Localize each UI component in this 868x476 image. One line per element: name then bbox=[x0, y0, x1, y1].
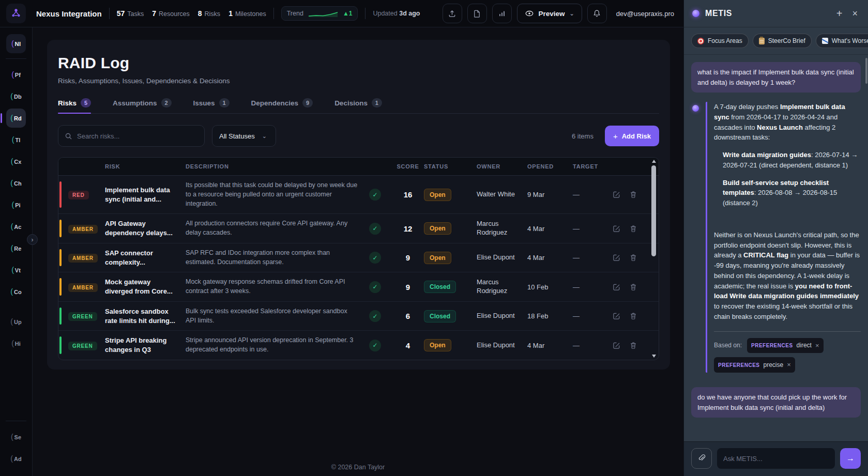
scroll-up-arrow-icon[interactable] bbox=[652, 160, 656, 163]
chart-down-icon bbox=[822, 38, 828, 44]
attach-file-button[interactable] bbox=[691, 448, 712, 469]
remove-tag-icon[interactable]: × bbox=[787, 360, 791, 370]
divider bbox=[365, 8, 366, 19]
notifications-button[interactable] bbox=[587, 4, 607, 23]
tab-dependencies[interactable]: Dependencies 9 bbox=[251, 98, 313, 113]
user-message: what is the impact if Implement bulk dat… bbox=[691, 62, 861, 93]
search-input[interactable] bbox=[77, 132, 198, 140]
edit-row-button[interactable] bbox=[612, 312, 621, 320]
metis-chip[interactable]: Focus Areas bbox=[691, 34, 749, 48]
tab-assumptions[interactable]: Assumptions 2 bbox=[113, 98, 172, 113]
sidebar-item-cx[interactable]: ( Cx bbox=[6, 152, 26, 171]
metis-chat: what is the impact if Implement bulk dat… bbox=[684, 55, 868, 441]
edit-row-button[interactable] bbox=[612, 224, 621, 233]
raid-tabs: Risks 5 Assumptions 2 Issues 1 Dependenc… bbox=[58, 98, 659, 114]
delete-row-button[interactable] bbox=[629, 190, 637, 199]
table-row: AMBER SAP connector complexity... SAP RF… bbox=[58, 243, 659, 272]
edit-row-button[interactable] bbox=[612, 283, 621, 291]
severity-badge: AMBER bbox=[68, 254, 98, 263]
analytics-button[interactable] bbox=[492, 4, 512, 23]
based-on-label: Based on: bbox=[714, 341, 742, 350]
delete-row-button[interactable] bbox=[629, 312, 637, 320]
search-icon bbox=[65, 132, 72, 140]
divider bbox=[273, 8, 274, 19]
check-circle-icon: ✓ bbox=[369, 281, 381, 293]
sidebar-item-re[interactable]: ( Re bbox=[6, 239, 26, 258]
status-badge: Open bbox=[424, 339, 451, 351]
edit-row-button[interactable] bbox=[612, 253, 621, 262]
opened-cell: 4 Mar bbox=[527, 254, 573, 262]
assistant-paragraph: Write data migration guides: 2026-07-14 … bbox=[723, 150, 861, 171]
delete-row-button[interactable] bbox=[629, 283, 637, 291]
metis-panel: METIS + × Focus Areas SteerCo Brief What… bbox=[683, 0, 868, 476]
sidebar-project-item[interactable]: ( NI bbox=[6, 34, 26, 53]
top-header: Nexus Integration 57Tasks7Resources8Risk… bbox=[0, 0, 683, 27]
sidebar-item-ad[interactable]: ( Ad bbox=[6, 449, 26, 468]
sidebar-item-co[interactable]: ( Co bbox=[6, 282, 26, 301]
owner-cell: Marcus Rodriguez bbox=[477, 220, 527, 237]
send-arrow-icon: → bbox=[846, 454, 855, 463]
new-chat-button[interactable]: + bbox=[834, 7, 845, 20]
sidebar-expand-button[interactable]: › bbox=[27, 234, 38, 245]
scroll-down-arrow-icon[interactable] bbox=[652, 355, 656, 358]
metis-title: METIS bbox=[705, 9, 732, 18]
owner-cell: Marcus Rodriguez bbox=[477, 278, 527, 296]
delete-row-button[interactable] bbox=[629, 341, 637, 350]
risk-title: Implement bulk data sync (initial and... bbox=[105, 186, 186, 204]
app-logo[interactable] bbox=[6, 4, 26, 23]
risk-title: Mock gateway diverged from Core... bbox=[105, 278, 186, 296]
tab-decisions[interactable]: Decisions 1 bbox=[334, 98, 382, 113]
risk-score: 16 bbox=[392, 190, 424, 199]
sidebar-item-accent-icon: ( bbox=[10, 179, 13, 187]
sidebar-item-se[interactable]: ( Se bbox=[6, 427, 26, 447]
bar-chart-icon bbox=[498, 9, 506, 18]
trend-widget: Trend ▲1 bbox=[281, 6, 358, 21]
edit-row-button[interactable] bbox=[612, 341, 621, 350]
close-panel-button[interactable]: × bbox=[850, 8, 860, 19]
sidebar-item-pf[interactable]: ( Pf bbox=[6, 65, 26, 84]
sidebar-item-pi[interactable]: ( Pi bbox=[6, 195, 26, 214]
user-email[interactable]: dev@usepraxis.pro bbox=[616, 10, 674, 18]
stat-value: 1 bbox=[229, 9, 233, 18]
main-content: RAID Log Risks, Assumptions, Issues, Dep… bbox=[33, 27, 683, 476]
left-sidebar: ( NI ( Pf ( Db ( Rd ( Tl ( Cx ( Ch ( Pi … bbox=[0, 27, 33, 476]
scrollbar-thumb[interactable] bbox=[651, 165, 656, 256]
edit-row-button[interactable] bbox=[612, 190, 621, 199]
send-message-button[interactable]: → bbox=[840, 448, 861, 469]
tab-risks[interactable]: Risks 5 bbox=[58, 98, 91, 113]
sidebar-item-tl[interactable]: ( Tl bbox=[6, 130, 26, 149]
column-header: DESCRIPTION bbox=[186, 163, 369, 170]
chat-scrollbar-thumb[interactable] bbox=[865, 58, 867, 84]
sidebar-item-ac[interactable]: ( Ac bbox=[6, 217, 26, 236]
search-box[interactable] bbox=[58, 125, 205, 147]
severity-badge: GREEN bbox=[68, 312, 97, 321]
delete-row-button[interactable] bbox=[629, 224, 637, 233]
sidebar-item-ch[interactable]: ( Ch bbox=[6, 174, 26, 193]
status-filter-value: All Statuses bbox=[219, 132, 255, 140]
preview-button[interactable]: Preview ⌄ bbox=[517, 4, 582, 23]
tab-issues[interactable]: Issues 1 bbox=[193, 98, 230, 113]
document-button[interactable] bbox=[467, 4, 487, 23]
chip-label: SteerCo Brief bbox=[768, 37, 805, 44]
metis-chip[interactable]: SteerCo Brief bbox=[753, 34, 812, 48]
delete-row-button[interactable] bbox=[629, 253, 637, 262]
status-filter-select[interactable]: All Statuses ⌄ bbox=[212, 125, 276, 147]
sidebar-item-accent-icon: ( bbox=[10, 114, 13, 121]
trash-icon bbox=[629, 283, 637, 291]
sidebar-item-db[interactable]: ( Db bbox=[6, 87, 26, 106]
metis-chat-input[interactable] bbox=[717, 448, 835, 469]
header-stat: 57Tasks bbox=[117, 9, 144, 18]
owner-cell: Elise Dupont bbox=[477, 253, 527, 262]
table-row: AMBER Mock gateway diverged from Core...… bbox=[58, 272, 659, 301]
remove-tag-icon[interactable]: × bbox=[815, 341, 819, 351]
add-risk-button[interactable]: + Add Risk bbox=[605, 126, 659, 146]
sidebar-item-up[interactable]: ( Up bbox=[6, 312, 26, 331]
export-button[interactable] bbox=[443, 4, 462, 23]
sidebar-item-hi[interactable]: ( Hi bbox=[6, 334, 26, 353]
sidebar-item-label: Db bbox=[14, 94, 22, 100]
sidebar-item-vt[interactable]: ( Vt bbox=[6, 260, 26, 280]
sidebar-item-rd[interactable]: ( Rd bbox=[6, 109, 26, 128]
metis-chip[interactable]: What's Worse? bbox=[816, 34, 868, 48]
assistant-paragraph: A 7-day delay pushes Implement bulk data… bbox=[714, 102, 861, 143]
target-icon bbox=[697, 38, 704, 44]
